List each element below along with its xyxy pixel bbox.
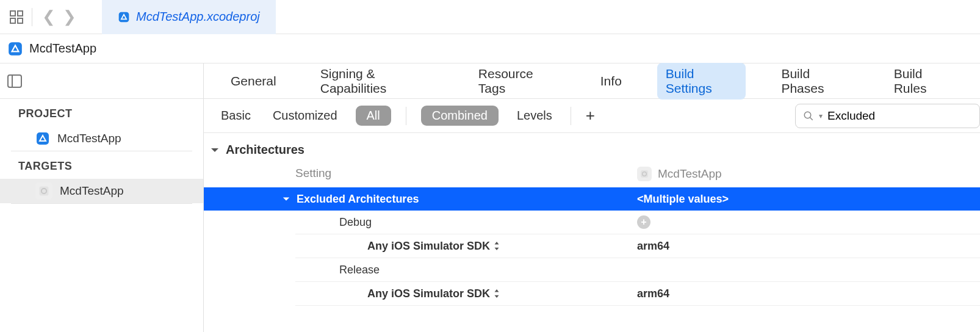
add-build-setting-icon[interactable]: + bbox=[586, 106, 595, 125]
filter-levels[interactable]: Levels bbox=[513, 106, 556, 126]
chevron-down-icon bbox=[210, 145, 220, 155]
setting-config-name: Debug bbox=[339, 216, 372, 229]
sidebar-section-project: PROJECT bbox=[0, 99, 203, 126]
target-editor-tabs: General Signing & Capabilities Resource … bbox=[204, 63, 980, 99]
build-settings-filter-bar: Basic Customized All Combined Levels + ▾ bbox=[204, 99, 980, 133]
settings-group-header[interactable]: Architectures bbox=[204, 133, 980, 163]
setting-value[interactable]: arm64 bbox=[637, 287, 669, 300]
setting-row-debug[interactable]: Debug + bbox=[204, 211, 980, 234]
setting-name: Excluded Architectures bbox=[297, 193, 419, 206]
breadcrumb: McdTestApp bbox=[0, 34, 980, 63]
svg-rect-6 bbox=[8, 75, 21, 87]
editor-tab[interactable]: McdTestApp.xcodeproj bbox=[102, 0, 276, 34]
column-target-name: McdTestApp bbox=[658, 167, 722, 181]
target-app-icon bbox=[35, 182, 52, 200]
setting-sdk-name: Any iOS Simulator SDK bbox=[367, 287, 490, 300]
svg-line-12 bbox=[810, 117, 813, 120]
divider bbox=[295, 305, 980, 306]
build-settings-search[interactable]: ▾ bbox=[795, 104, 980, 128]
filter-all[interactable]: All bbox=[356, 106, 391, 126]
sidebar-section-targets: TARGETS bbox=[0, 151, 203, 179]
divider bbox=[32, 8, 32, 26]
svg-rect-0 bbox=[10, 11, 15, 16]
project-navigator-sidebar: PROJECT McdTestApp TARGETS McdTestApp bbox=[0, 63, 204, 332]
project-icon bbox=[7, 41, 23, 57]
divider bbox=[406, 107, 406, 125]
xcodeproj-icon bbox=[118, 11, 130, 23]
toggle-sidebar-icon[interactable] bbox=[7, 74, 22, 88]
editor-pane: General Signing & Capabilities Resource … bbox=[204, 63, 980, 332]
nav-back-icon[interactable]: ❮ bbox=[38, 7, 59, 26]
divider bbox=[11, 203, 192, 204]
setting-value: <Multiple values> bbox=[637, 193, 729, 206]
xcodeproj-icon bbox=[35, 131, 50, 146]
svg-rect-13 bbox=[641, 170, 648, 178]
tab-build-settings[interactable]: Build Settings bbox=[657, 63, 746, 99]
nav-forward-icon[interactable]: ❯ bbox=[59, 7, 80, 26]
column-setting-header: Setting bbox=[204, 167, 637, 181]
column-target-header: McdTestApp bbox=[637, 167, 980, 181]
tab-build-rules[interactable]: Build Rules bbox=[885, 63, 962, 99]
filter-customized[interactable]: Customized bbox=[269, 106, 341, 126]
editor-tab-title: McdTestApp.xcodeproj bbox=[136, 10, 260, 24]
tab-general[interactable]: General bbox=[222, 70, 285, 92]
filter-combined[interactable]: Combined bbox=[421, 106, 499, 126]
setting-sdk-name: Any iOS Simulator SDK bbox=[367, 240, 490, 253]
chevron-down-icon bbox=[282, 195, 290, 203]
filter-basic[interactable]: Basic bbox=[217, 106, 254, 126]
search-input[interactable] bbox=[827, 109, 972, 123]
setting-row-debug-sdk[interactable]: Any iOS Simulator SDK arm64 bbox=[204, 234, 980, 258]
setting-row-release-sdk[interactable]: Any iOS Simulator SDK arm64 bbox=[204, 282, 980, 305]
tab-signing-capabilities[interactable]: Signing & Capabilities bbox=[312, 63, 443, 99]
setting-row-release[interactable]: Release bbox=[204, 258, 980, 281]
tab-resource-tags[interactable]: Resource Tags bbox=[470, 63, 565, 99]
breadcrumb-project-name[interactable]: McdTestApp bbox=[29, 42, 96, 56]
sidebar-target-label: McdTestApp bbox=[60, 184, 124, 198]
svg-rect-9 bbox=[40, 187, 49, 196]
setting-config-name: Release bbox=[339, 264, 380, 276]
tab-build-phases[interactable]: Build Phases bbox=[773, 63, 858, 99]
library-grid-icon[interactable] bbox=[7, 8, 26, 26]
sidebar-project-label: McdTestApp bbox=[57, 132, 121, 145]
setting-value[interactable]: arm64 bbox=[637, 240, 669, 253]
target-app-icon bbox=[637, 167, 652, 181]
svg-rect-1 bbox=[18, 11, 23, 16]
svg-rect-3 bbox=[18, 18, 23, 23]
stepper-icon[interactable] bbox=[494, 289, 500, 298]
svg-rect-2 bbox=[10, 18, 15, 23]
stepper-icon[interactable] bbox=[494, 242, 500, 250]
tab-info[interactable]: Info bbox=[592, 70, 630, 92]
build-settings-table: Architectures Setting McdTestApp Exclu bbox=[204, 133, 980, 332]
settings-columns-header: Setting McdTestApp bbox=[204, 163, 980, 187]
setting-row-excluded-architectures[interactable]: Excluded Architectures <Multiple values> bbox=[204, 187, 980, 211]
window-toolbar: ❮ ❯ McdTestApp.xcodeproj bbox=[0, 0, 980, 34]
svg-point-11 bbox=[804, 112, 811, 118]
search-icon bbox=[803, 110, 814, 121]
divider bbox=[571, 107, 571, 125]
sidebar-project-item[interactable]: McdTestApp bbox=[0, 126, 203, 151]
sidebar-target-item[interactable]: McdTestApp bbox=[0, 179, 203, 203]
settings-group-title: Architectures bbox=[226, 143, 304, 157]
add-condition-icon[interactable]: + bbox=[637, 215, 650, 229]
search-chevron-icon[interactable]: ▾ bbox=[819, 112, 823, 120]
